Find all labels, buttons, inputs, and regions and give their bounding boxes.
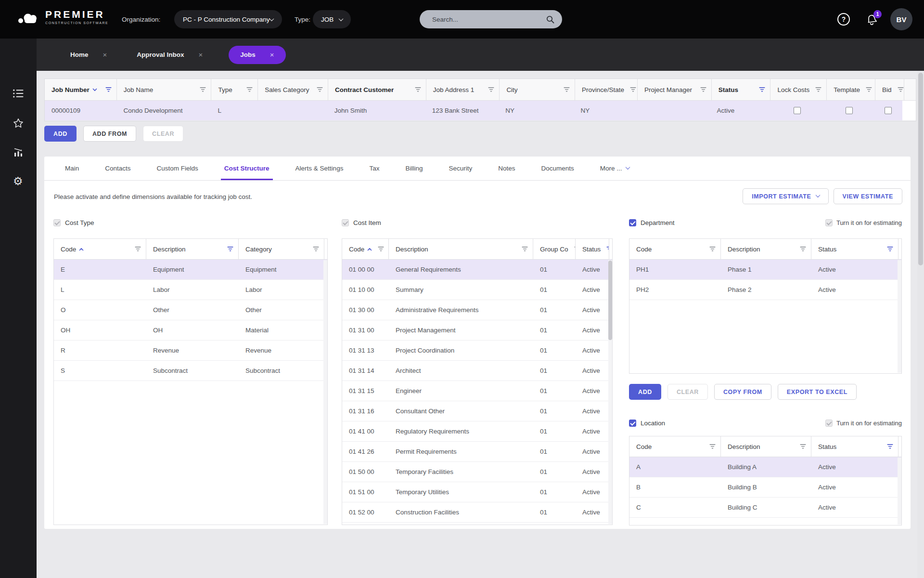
import-estimate-button[interactable]: IMPORT ESTIMATE: [743, 188, 828, 204]
tab-documents[interactable]: Documents: [528, 157, 587, 180]
column-header-description[interactable]: Description: [146, 239, 239, 259]
template-checkbox[interactable]: [846, 107, 853, 114]
app-logo[interactable]: PREMIER CONSTRUCTION SOFTWARE: [18, 9, 108, 25]
filter-icon[interactable]: [887, 246, 893, 252]
filter-icon[interactable]: [709, 246, 716, 252]
tab-notes[interactable]: Notes: [485, 157, 528, 180]
bid-checkbox[interactable]: [885, 107, 892, 114]
department-estimating-checkbox[interactable]: [825, 219, 833, 226]
filter-icon[interactable]: [415, 87, 421, 92]
filter-icon[interactable]: [135, 246, 141, 252]
tab-tax[interactable]: Tax: [356, 157, 392, 180]
tab-contacts[interactable]: Contacts: [92, 157, 143, 180]
filter-icon[interactable]: [317, 87, 323, 92]
sidebar-item-favorites[interactable]: [13, 118, 24, 130]
table-row[interactable]: 01 10 00Summary01Active: [342, 280, 612, 300]
type-select[interactable]: JOB: [313, 10, 351, 28]
table-row[interactable]: ABuilding AActive: [629, 457, 901, 477]
organization-select[interactable]: PC - P Construction Company: [174, 10, 282, 28]
column-header-job-address-1[interactable]: Job Address 1: [426, 79, 500, 100]
close-icon[interactable]: ×: [103, 51, 107, 58]
lock-costs-checkbox[interactable]: [794, 107, 801, 114]
filter-icon[interactable]: [246, 87, 253, 92]
window-tab-jobs[interactable]: Jobs×: [229, 46, 285, 64]
filter-icon[interactable]: [887, 444, 893, 449]
column-header-type[interactable]: Type: [211, 79, 258, 100]
table-scrollbar[interactable]: [898, 260, 901, 373]
table-row[interactable]: 01 52 00Construction Facilities01Active: [342, 502, 612, 523]
table-row[interactable]: PH1Phase 1Active: [629, 260, 901, 280]
filter-icon[interactable]: [488, 87, 494, 92]
column-header-job-name[interactable]: Job Name: [117, 79, 212, 100]
column-header-job-number[interactable]: Job Number: [45, 79, 117, 100]
cost-type-checkbox[interactable]: [53, 219, 61, 226]
table-scrollbar-thumb[interactable]: [608, 261, 612, 340]
table-row[interactable]: 01 41 00Regulatory Requirements01Active: [342, 421, 612, 442]
table-row[interactable]: BBuilding BActive: [629, 477, 901, 498]
clear-button[interactable]: CLEAR: [143, 126, 183, 142]
sidebar-item-settings[interactable]: ⚙: [13, 176, 23, 187]
page-scrollbar[interactable]: [917, 71, 924, 578]
column-header-bid[interactable]: Bid: [875, 79, 904, 100]
close-icon[interactable]: ×: [199, 51, 203, 58]
tab-custom-fields[interactable]: Custom Fields: [144, 157, 211, 180]
add-from-button[interactable]: ADD FROM: [83, 126, 136, 142]
table-row[interactable]: 00000109Condo DevelopmentLJohn Smith123 …: [45, 101, 916, 121]
column-header-status[interactable]: Status: [712, 79, 771, 100]
table-row[interactable]: 01 31 15Engineer01Active: [342, 381, 612, 401]
column-header-description[interactable]: Description: [721, 436, 811, 457]
filter-icon[interactable]: [313, 246, 319, 252]
notifications-button[interactable]: 1: [866, 13, 879, 26]
close-icon[interactable]: ×: [270, 51, 274, 58]
table-row[interactable]: 01 41 26Permit Requirements01Active: [342, 442, 612, 462]
window-tab-home[interactable]: Home×: [66, 46, 111, 64]
export-to-excel-button[interactable]: EXPORT TO EXCEL: [778, 384, 857, 400]
column-header-code[interactable]: Code: [54, 239, 146, 259]
column-header-description[interactable]: Description: [721, 239, 811, 259]
column-header-template[interactable]: Template: [827, 79, 875, 100]
filter-icon[interactable]: [105, 87, 112, 92]
search-icon[interactable]: [546, 15, 554, 24]
filter-icon[interactable]: [700, 87, 706, 92]
grid-scrollbar-strip[interactable]: [904, 79, 916, 100]
table-row[interactable]: OOtherOther: [54, 300, 327, 320]
table-row[interactable]: 01 00 00General Requirements01Active: [342, 260, 612, 280]
page-scrollbar-thumb[interactable]: [918, 73, 923, 265]
column-header-province-state[interactable]: Province/State: [575, 79, 638, 100]
tab-cost-structure[interactable]: Cost Structure: [211, 157, 282, 180]
table-row[interactable]: 01 31 14Architect01Active: [342, 361, 612, 381]
filter-icon[interactable]: [709, 444, 716, 449]
column-header-code[interactable]: Code: [629, 436, 721, 457]
avatar[interactable]: BV: [890, 8, 912, 30]
table-scrollbar[interactable]: [323, 260, 327, 524]
column-header-city[interactable]: City: [500, 79, 575, 100]
department-checkbox[interactable]: [629, 219, 636, 226]
search-input[interactable]: [420, 16, 546, 23]
window-tab-approval-inbox[interactable]: Approval Inbox×: [133, 46, 206, 64]
view-estimate-button[interactable]: VIEW ESTIMATE: [834, 188, 903, 204]
column-header-status[interactable]: Status: [576, 239, 609, 259]
add-button[interactable]: ADD: [629, 384, 661, 400]
table-row[interactable]: 01 51 00Temporary Utilities01Active: [342, 482, 612, 502]
clear-button[interactable]: CLEAR: [667, 384, 708, 400]
sidebar-item-menu-list[interactable]: [13, 89, 24, 100]
add-button[interactable]: ADD: [44, 126, 77, 142]
filter-icon[interactable]: [630, 87, 636, 92]
filter-icon[interactable]: [800, 444, 806, 449]
column-header-project-manager[interactable]: Project Manager: [638, 79, 712, 100]
filter-icon[interactable]: [866, 87, 872, 92]
column-header-lock-costs[interactable]: Lock Costs: [770, 79, 827, 100]
filter-icon[interactable]: [759, 87, 765, 92]
filter-icon[interactable]: [898, 87, 904, 92]
table-row[interactable]: CBuilding CActive: [629, 498, 901, 518]
filter-icon[interactable]: [227, 246, 233, 252]
table-row[interactable]: OHOHMaterial: [54, 320, 327, 341]
tab-alerts-settings[interactable]: Alerts & Settings: [282, 157, 357, 180]
table-row[interactable]: PH2Phase 2Active: [629, 280, 901, 300]
column-header-status[interactable]: Status: [811, 239, 898, 259]
column-header-code[interactable]: Code: [342, 239, 389, 259]
location-checkbox[interactable]: [629, 420, 636, 427]
table-row[interactable]: 01 50 00Temporary Facilities01Active: [342, 462, 612, 482]
filter-icon[interactable]: [606, 246, 609, 252]
copy-from-button[interactable]: COPY FROM: [714, 384, 771, 400]
